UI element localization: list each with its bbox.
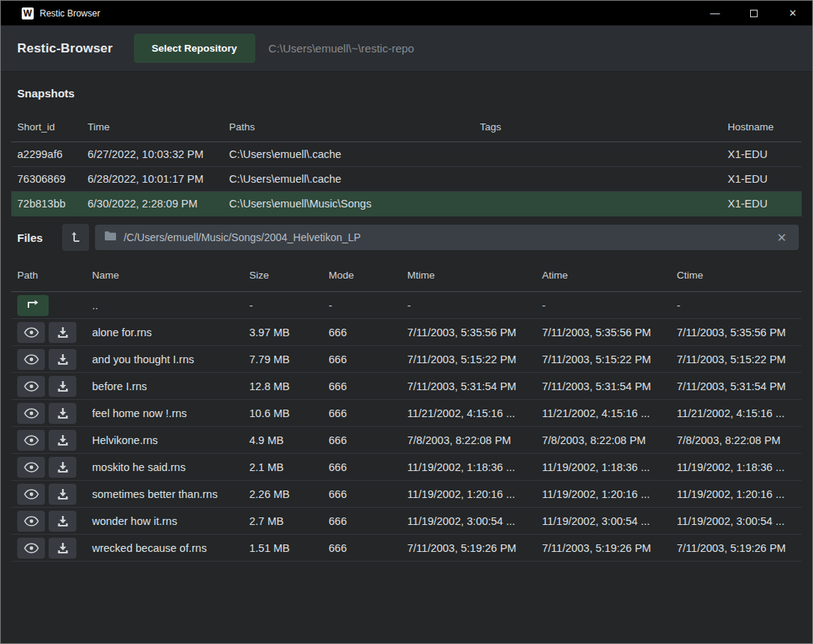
files-table: Path Name Size Mode Mtime Atime Ctime ..…	[11, 258, 802, 562]
file-name: wrecked because of.rns	[92, 542, 249, 554]
file-mtime: 11/19/2002, 1:18:36 ...	[407, 461, 542, 473]
column-header-hostname: Hostname	[728, 121, 802, 133]
files-table-header: Path Name Size Mode Mtime Atime Ctime	[11, 258, 802, 292]
download-file-button[interactable]	[49, 484, 76, 505]
snapshot-short-id: a2299af6	[11, 148, 88, 160]
file-row[interactable]: wrecked because of.rns1.51 MB6667/11/200…	[11, 535, 802, 562]
folder-icon	[104, 231, 117, 244]
download-file-button[interactable]	[49, 430, 76, 451]
snapshots-table-header: Short_id Time Paths Tags Hostname	[11, 112, 802, 142]
file-size: 10.6 MB	[249, 407, 329, 419]
file-atime: 11/19/2002, 1:18:36 ...	[542, 461, 677, 473]
file-size: -	[249, 300, 329, 312]
preview-file-button[interactable]	[17, 403, 45, 424]
download-file-button[interactable]	[49, 538, 76, 559]
file-row[interactable]: sometimes better than.rns2.26 MB66611/19…	[11, 481, 802, 508]
file-mode: 666	[329, 515, 407, 527]
level-up-button[interactable]	[62, 224, 89, 251]
clear-path-button[interactable]: ✕	[774, 231, 790, 245]
files-bar: Files /C/Users/emuell/Music/Songs/2004_H…	[1, 216, 812, 258]
app-title: Restic-Browser	[17, 41, 113, 56]
column-header-time: Time	[88, 121, 229, 133]
snapshot-row[interactable]: a2299af6 6/27/2022, 10:03:32 PM C:\Users…	[11, 142, 802, 167]
preview-file-button[interactable]	[17, 376, 45, 397]
file-mode: 666	[329, 461, 407, 473]
maximize-button[interactable]	[734, 1, 773, 25]
file-row[interactable]: moskito he said.rns2.1 MB66611/19/2002, …	[11, 454, 802, 481]
file-row[interactable]: feel home now !.rns10.6 MB66611/21/2002,…	[11, 400, 802, 427]
parent-dir-button[interactable]	[17, 295, 49, 316]
eye-icon	[24, 354, 39, 365]
preview-file-button[interactable]	[17, 511, 45, 532]
download-file-button[interactable]	[49, 376, 76, 397]
preview-file-button[interactable]	[17, 538, 45, 559]
download-file-button[interactable]	[49, 511, 76, 532]
eye-icon	[24, 543, 39, 553]
eye-icon	[24, 381, 39, 392]
file-mode: 666	[329, 542, 407, 554]
file-row[interactable]: Helvikone.rns4.9 MB6667/8/2003, 8:22:08 …	[11, 427, 802, 454]
level-up-icon	[69, 230, 82, 246]
file-name: moskito he said.rns	[92, 461, 249, 473]
snapshot-paths: C:\Users\emuell\.cache	[229, 173, 480, 185]
file-row[interactable]: and you thought I.rns7.79 MB6667/11/2003…	[11, 346, 802, 373]
preview-file-button[interactable]	[17, 322, 45, 343]
snapshot-hostname: X1-EDU	[728, 148, 802, 160]
column-header-mode: Mode	[329, 270, 407, 281]
column-header-mtime: Mtime	[407, 270, 542, 281]
column-header-ctime: Ctime	[677, 270, 802, 281]
file-mtime: 7/11/2003, 5:15:22 PM	[407, 353, 542, 365]
file-mtime: -	[407, 300, 542, 312]
file-row[interactable]: before I.rns12.8 MB6667/11/2003, 5:31:54…	[11, 373, 802, 400]
breadcrumb-path: /C/Users/emuell/Music/Songs/2004_Helveti…	[124, 231, 773, 243]
file-size: 2.1 MB	[249, 461, 329, 473]
file-row[interactable]: wonder how it.rns2.7 MB66611/19/2002, 3:…	[11, 508, 802, 535]
preview-file-button[interactable]	[17, 457, 45, 478]
file-name: ..	[92, 300, 249, 312]
parent-dir-row[interactable]: .. - - - - -	[11, 292, 802, 319]
snapshot-hostname: X1-EDU	[728, 198, 802, 210]
column-header-path: Path	[11, 270, 92, 281]
file-mtime: 7/11/2003, 5:19:26 PM	[407, 542, 542, 554]
window-title: Restic Browser	[40, 8, 100, 19]
column-header-name: Name	[92, 270, 249, 281]
download-icon	[57, 542, 69, 554]
file-ctime: 7/11/2003, 5:15:22 PM	[677, 353, 802, 365]
files-section-title: Files	[17, 231, 43, 244]
snapshot-paths: C:\Users\emuell\.cache	[229, 148, 480, 160]
file-ctime: 7/11/2003, 5:19:26 PM	[677, 542, 802, 554]
wails-logo-icon: W	[22, 7, 34, 19]
file-name: wonder how it.rns	[92, 515, 249, 527]
file-name: before I.rns	[92, 380, 249, 392]
snapshot-row-selected[interactable]: 72b813bb 6/30/2022, 2:28:09 PM C:\Users\…	[11, 192, 802, 216]
file-atime: -	[542, 300, 677, 312]
file-atime: 11/21/2002, 4:15:16 ...	[542, 407, 677, 419]
minimize-button[interactable]: —	[695, 1, 734, 25]
download-file-button[interactable]	[49, 349, 76, 370]
download-icon	[57, 380, 69, 392]
file-row[interactable]: alone for.rns3.97 MB6667/11/2003, 5:35:5…	[11, 319, 802, 346]
file-ctime: 7/11/2003, 5:31:54 PM	[677, 380, 802, 392]
file-mtime: 11/19/2002, 3:00:54 ...	[407, 515, 542, 527]
file-name: feel home now !.rns	[92, 407, 249, 419]
file-mode: 666	[329, 326, 407, 338]
download-file-button[interactable]	[49, 403, 76, 424]
preview-file-button[interactable]	[17, 349, 45, 370]
download-file-button[interactable]	[49, 322, 76, 343]
eye-icon	[24, 516, 39, 526]
file-atime: 7/11/2003, 5:31:54 PM	[542, 380, 677, 392]
snapshot-row[interactable]: 76306869 6/28/2022, 10:01:17 PM C:\Users…	[11, 167, 802, 192]
snapshot-time: 6/30/2022, 2:28:09 PM	[88, 198, 229, 210]
minimize-icon: —	[710, 7, 720, 19]
select-repository-button[interactable]: Select Repository	[134, 34, 255, 63]
download-file-button[interactable]	[49, 457, 76, 478]
file-ctime: 7/8/2003, 8:22:08 PM	[677, 434, 802, 446]
file-atime: 11/19/2002, 1:20:16 ...	[542, 488, 677, 500]
snapshots-table: Short_id Time Paths Tags Hostname a2299a…	[11, 112, 802, 216]
close-button[interactable]: ✕	[773, 1, 812, 25]
path-breadcrumb[interactable]: /C/Users/emuell/Music/Songs/2004_Helveti…	[95, 225, 799, 250]
eye-icon	[24, 462, 39, 473]
file-ctime: -	[677, 300, 802, 312]
preview-file-button[interactable]	[17, 430, 45, 451]
preview-file-button[interactable]	[17, 484, 45, 505]
